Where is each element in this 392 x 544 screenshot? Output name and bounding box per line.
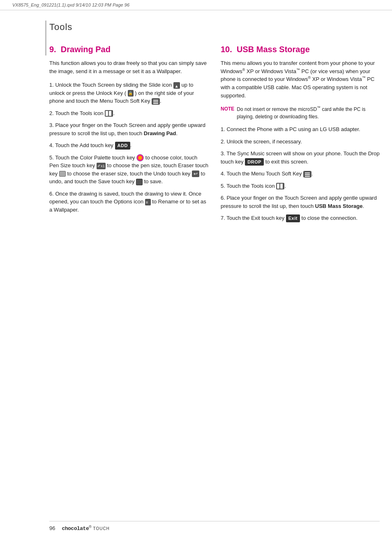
note-text: Do not insert or remove the microSD™ car…: [237, 105, 380, 120]
palette-icon: [136, 154, 144, 161]
section-10-intro: This menu allows you to transfer content…: [221, 59, 380, 99]
footer-page-number: 96: [49, 525, 55, 531]
usb-step-7: 7. Touch the Exit touch key Exit to clos…: [221, 214, 380, 222]
reg-mark-2: ®: [308, 76, 311, 80]
undo-icon: ↩: [192, 171, 199, 177]
usb-step-5: 5. Touch the Tools icon .: [221, 182, 380, 190]
step-4: 4. Touch the Add touch key ADD.: [49, 141, 208, 150]
right-column: 10. USB Mass Storage This menu allows yo…: [221, 45, 380, 226]
reg-mark-1: ®: [242, 68, 245, 72]
tm-mark-2: ™: [362, 76, 366, 80]
tm-mark-1: ™: [296, 68, 300, 72]
page-title: Tools: [0, 10, 392, 37]
left-column: 9. Drawing Pad This function allows you …: [49, 45, 208, 226]
note-label: NOTE: [221, 105, 234, 120]
footer-brand: chocolate® TOUCH: [62, 525, 109, 532]
save-icon: [136, 179, 143, 185]
usb-mass-storage-label: USB Mass Storage: [315, 203, 363, 209]
note-block: NOTE Do not insert or remove the microSD…: [221, 105, 380, 120]
section-10-title: 10. USB Mass Storage: [221, 45, 380, 54]
section-9-intro: This function allows you to draw freely …: [49, 59, 208, 75]
drawing-pad-label: Drawing Pad: [144, 130, 176, 136]
tools-icon-1: [105, 110, 113, 117]
usb-step-2: 2. Unlock the screen, if necessary.: [221, 138, 380, 146]
drop-button: DROP: [245, 158, 264, 166]
menu-softkey-icon-2: [303, 171, 311, 177]
section-9-title: 9. Drawing Pad: [49, 45, 208, 54]
options-icon: [145, 199, 151, 205]
brand-suffix: TOUCH: [93, 526, 109, 531]
step-5: 5. Touch the Color Palette touch key to …: [49, 154, 208, 186]
add-button: ADD: [115, 142, 130, 150]
exit-button: Exit: [286, 214, 300, 222]
step-1: 1. Unlock the Touch Screen by sliding th…: [49, 81, 208, 105]
pen-size-icon: ✐x1: [97, 163, 106, 169]
usb-step-6: 6. Place your finger on the Touch Screen…: [221, 194, 380, 210]
usb-step-1: 1. Connect the Phone with a PC using an …: [221, 125, 380, 134]
tools-icon-2: [276, 183, 284, 189]
content-area: 9. Drawing Pad This function allows you …: [0, 37, 392, 235]
step-3: 3. Place your finger on the Touch Screen…: [49, 121, 208, 137]
slide-up-icon: [173, 82, 180, 89]
page-header: VX8575_Eng_091221(1.1).qxd 9/14/10 12:03…: [0, 0, 392, 10]
menu-softkey-icon-1: [152, 98, 160, 105]
eraser-icon: [59, 171, 66, 177]
usb-step-3: 3. The Sync Music screen will show on yo…: [221, 150, 380, 166]
usb-storage-steps: 1. Connect the Phone with a PC using an …: [221, 125, 380, 222]
drawing-pad-steps: 1. Unlock the Touch Screen by sliding th…: [49, 81, 208, 214]
step-2: 2. Touch the Tools icon .: [49, 109, 208, 118]
left-rule-decoration: [45, 21, 46, 55]
brand-name: chocolate: [62, 526, 89, 532]
unlock-key-icon: 🔒: [128, 90, 134, 97]
usb-step-4: 4. Touch the Menu Touch Soft Key .: [221, 170, 380, 178]
header-text: VX8575_Eng_091221(1.1).qxd 9/14/10 12:03…: [12, 2, 129, 7]
page-footer: 96 chocolate® TOUCH: [49, 521, 380, 532]
step-6: 6. Once the drawing is saved, touch the …: [49, 190, 208, 214]
